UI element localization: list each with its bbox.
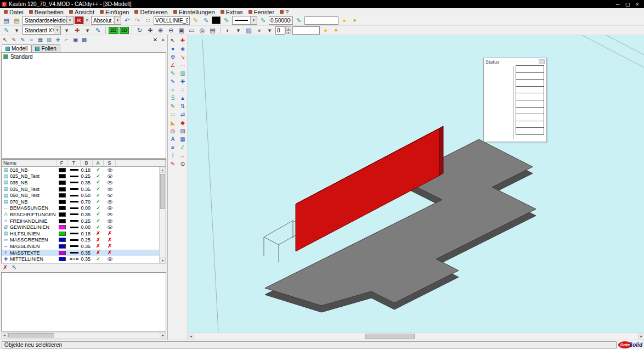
plane-pen-icon[interactable]: ✎ [93, 26, 103, 35]
column-header[interactable]: B [81, 160, 93, 166]
layer-active-cell[interactable]: ✓ [93, 257, 104, 262]
layer-visible-cell[interactable] [104, 226, 116, 229]
chevron-down-icon[interactable]: ▾ [83, 16, 90, 25]
coordinate-mode-combo[interactable]: Absolut 2D▾ [91, 16, 121, 25]
pick-object-icon[interactable]: ↖ [12, 264, 16, 271]
h-scrollbar-thumb[interactable] [365, 334, 415, 339]
grid-icon[interactable]: ▦ [36, 36, 44, 43]
layer-color-cell[interactable] [57, 219, 67, 223]
line-color-swatch[interactable] [212, 16, 221, 25]
open-file-icon[interactable]: ▤ [12, 16, 21, 25]
layer-active-cell[interactable]: ✓ [93, 180, 104, 185]
plus-tool-icon[interactable]: ✚ [178, 77, 187, 85]
layer-row[interactable]: ✚MITTELLINIEN0.35✓ [2, 256, 159, 262]
layer-linetype-cell[interactable] [67, 201, 81, 202]
tab-modell[interactable]: Modell [2, 44, 31, 52]
zoom-window-icon[interactable]: ▣ [177, 26, 186, 35]
diamond-icon[interactable]: ◆ [178, 119, 187, 126]
undo-icon[interactable]: ↶ [122, 16, 132, 25]
layer-color-cell[interactable] [57, 225, 67, 229]
layer-active-cell[interactable]: ✗ [93, 238, 104, 243]
point-grid-icon[interactable]: ∷ [143, 16, 152, 25]
column-header[interactable]: T [67, 160, 81, 166]
red-pen-icon[interactable]: ✎ [168, 160, 177, 167]
axis-icon[interactable]: ∠ [168, 61, 177, 69]
layer-row[interactable]: ↔BEMASSUNGEN0.00✓ [2, 205, 159, 212]
menu-item[interactable]: Ansicht [66, 8, 97, 15]
key-icon[interactable]: ✦ [350, 16, 359, 25]
active-color-button[interactable]: R▾ [75, 16, 90, 25]
aux-name-input[interactable] [304, 16, 338, 25]
v-scrollbar-thumb[interactable] [160, 174, 165, 209]
ellipsis-icon[interactable]: ⋯ [178, 61, 187, 69]
wedge-icon[interactable]: ◣ [168, 119, 177, 126]
workplane-combo[interactable]: Standard XY▾ [22, 26, 61, 35]
updown-arrow-icon[interactable]: ⇅ [178, 102, 187, 110]
key-icon[interactable]: ✦ [331, 26, 341, 35]
line-pen-icon[interactable]: ✎ [168, 77, 177, 85]
scatter-icon[interactable]: ∴ [178, 86, 187, 93]
ruler-icon[interactable]: ▥ [178, 69, 187, 77]
chevron-down-icon[interactable]: ▾ [54, 26, 60, 34]
clear-selection-icon[interactable]: ✗ [3, 264, 8, 271]
text-tool-icon[interactable]: A [168, 135, 177, 143]
layer-linetype-cell[interactable] [67, 207, 81, 209]
zoom-previous-icon[interactable]: ◎ [197, 26, 207, 35]
layer-color-cell[interactable] [57, 212, 67, 217]
layer-active-cell[interactable]: ✓ [93, 187, 104, 192]
zoom-out-icon[interactable]: ⊖ [166, 26, 176, 35]
value-spinner[interactable]: ▴▾ [275, 26, 291, 35]
green-pen-icon[interactable]: ✎ [168, 102, 177, 110]
spinner-input[interactable] [275, 26, 285, 35]
select-arrow-icon[interactable]: ↖ [168, 36, 177, 44]
layer-row[interactable]: ↔MASSLINIEN0.35✗✗ [2, 243, 159, 250]
layer-row[interactable]: ▤HILFSLINIEN0.18✗✗ [2, 230, 159, 237]
layer-linetype-cell[interactable] [67, 227, 81, 228]
mode-3d-badge[interactable]: 3D [120, 27, 129, 34]
layer-row[interactable]: ▤018_NB0.18✓ [2, 167, 159, 173]
layer-visible-cell[interactable] [104, 188, 116, 191]
sketch-pen-icon[interactable]: ✎ [168, 69, 177, 77]
menu-item[interactable]: Bearbeiten [26, 8, 66, 15]
measure-icon[interactable]: ↔ [178, 151, 187, 159]
diamond-pair-icon[interactable]: ◈ [178, 44, 187, 52]
layer-row[interactable]: ≈FREIHANDLINIE0.25✓ [2, 218, 159, 224]
layer-visible-cell[interactable] [104, 206, 116, 210]
layer-linetype-cell[interactable] [67, 258, 81, 260]
layer-active-cell[interactable]: ✗ [93, 250, 104, 255]
layer-color-cell[interactable] [57, 181, 67, 185]
spline-icon[interactable]: S [168, 94, 177, 102]
layer-active-cell[interactable]: ✓ [93, 167, 104, 172]
viewport[interactable]: Status ◂ ▸ [188, 35, 644, 340]
layer-linetype-cell[interactable] [67, 182, 81, 183]
line-width-input[interactable] [269, 16, 293, 25]
scroll-right-icon[interactable]: ▸ [160, 333, 166, 338]
layer-color-cell[interactable] [57, 251, 67, 255]
layer-table-scrollbar[interactable]: ▴ ▾ [159, 167, 166, 263]
layer-linetype-cell[interactable] [67, 239, 81, 241]
layer-row[interactable]: ▤035_NB0.35✓ [2, 179, 159, 186]
column-header[interactable]: Name [2, 160, 57, 166]
layer-active-cell[interactable]: ✓ [93, 174, 104, 179]
more-tools-icon[interactable]: » [160, 37, 166, 43]
angle-icon[interactable]: ∠ [178, 143, 187, 151]
viewport-h-scrollbar[interactable]: ◂ ▸ [188, 333, 644, 340]
cells-icon[interactable]: ▣ [71, 36, 80, 43]
lightbulb-icon[interactable]: ● [321, 26, 330, 35]
dot-grid-icon[interactable]: ∷ [168, 110, 177, 118]
column-header[interactable]: A [93, 160, 104, 166]
curve-icon[interactable]: ≈ [168, 86, 177, 93]
layer-visible-cell[interactable] [104, 200, 116, 204]
layer-visible-cell[interactable]: ✗ [104, 250, 116, 255]
spinner-up-icon[interactable]: ▴ [285, 26, 291, 30]
linestyle-combo[interactable]: ▾ [232, 16, 257, 25]
menu-item[interactable]: Definieren [132, 8, 170, 15]
layer-color-cell[interactable] [57, 193, 67, 198]
layer-color-cell[interactable] [57, 232, 67, 236]
pen-teal-icon[interactable]: ✎ [222, 16, 231, 25]
layer-linetype-cell[interactable] [67, 188, 81, 190]
red-panel-side[interactable] [439, 126, 443, 176]
minimize-button[interactable]: ─ [613, 1, 623, 8]
up-arrow-icon[interactable]: ▲ [178, 94, 187, 102]
mode-2d-badge[interactable]: 2D [109, 27, 118, 34]
